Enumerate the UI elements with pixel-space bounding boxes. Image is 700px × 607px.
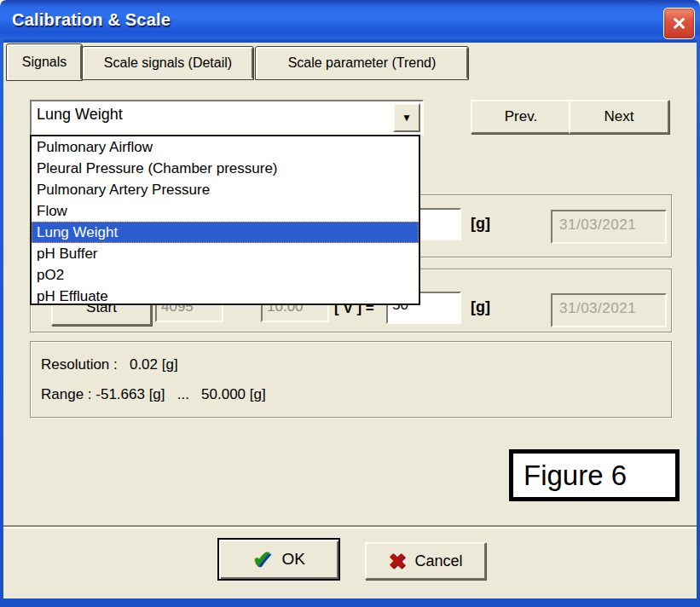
bottom-divider-highlight (3, 527, 697, 529)
dropdown-option[interactable]: pH Effluate (32, 286, 419, 307)
signal-combobox-dropdown-button[interactable]: ▼ (393, 103, 420, 132)
window-border-right (697, 39, 700, 598)
window-title: Calibration & Scale (12, 10, 171, 30)
tab-signals-label: Signals (22, 55, 67, 70)
tab-scale-signals-detail-label: Scale signals (Detail) (104, 55, 232, 71)
window-border-bottom (0, 598, 700, 607)
close-button[interactable]: ✕ (663, 8, 695, 39)
figure-label: Figure 6 (524, 460, 627, 492)
dropdown-option-selected[interactable]: Lung Weight (32, 222, 419, 243)
chevron-down-icon: ▼ (402, 112, 412, 124)
tab-signals[interactable]: Signals (7, 44, 82, 80)
close-icon: ✕ (672, 14, 687, 34)
signal-info-group (30, 341, 672, 418)
row1-date-field: 31/03/2021 (551, 210, 667, 244)
tab-scale-parameter-trend-label: Scale parameter (Trend) (288, 55, 437, 71)
tab-scale-signals-detail[interactable]: Scale signals (Detail) (83, 47, 253, 79)
prev-button-label: Prev. (505, 108, 537, 125)
dropdown-option[interactable]: Pulmonary Airflow (32, 136, 419, 158)
signal-dropdown-list: Pulmonary Airflow Pleural Pressure (Cham… (30, 135, 420, 305)
dropdown-option[interactable]: Flow (32, 200, 419, 222)
figure-annotation: Figure 6 (509, 449, 680, 501)
dropdown-option[interactable]: Pleural Pressure (Chamber pressure) (32, 158, 419, 179)
ok-button-label: OK (282, 550, 305, 569)
window-border-top (0, 39, 700, 43)
tab-scale-parameter-trend[interactable]: Scale parameter (Trend) (256, 47, 468, 79)
check-icon: ✔ (252, 548, 272, 571)
row1-unit-label: [g] (471, 215, 490, 233)
resolution-text: Resolution : 0.02 [g] (41, 356, 178, 373)
calibration-scale-dialog: Calibration & Scale ✕ Signals Scale sign… (0, 0, 700, 607)
signal-combobox-value: Lung Weight (37, 106, 123, 124)
x-icon: ✖ (389, 551, 407, 572)
prev-button[interactable]: Prev. (471, 100, 571, 134)
ok-button[interactable]: ✔ OK (217, 538, 340, 581)
row2-unit-label: [g] (471, 298, 490, 316)
dropdown-option[interactable]: Pulmonary Artery Pressure (32, 179, 419, 200)
cancel-button[interactable]: ✖ Cancel (365, 542, 486, 580)
next-button[interactable]: Next (569, 100, 669, 134)
cancel-button-label: Cancel (414, 552, 462, 570)
dropdown-option[interactable]: pH Buffer (32, 243, 419, 264)
dropdown-option[interactable]: pO2 (32, 264, 419, 286)
window-border-left (0, 39, 3, 598)
row2-date-field: 31/03/2021 (551, 293, 667, 327)
next-button-label: Next (605, 108, 634, 125)
signal-combobox[interactable]: Lung Weight ▼ (30, 100, 424, 136)
range-text: Range : -51.663 [g] ... 50.000 [g] (41, 386, 266, 403)
